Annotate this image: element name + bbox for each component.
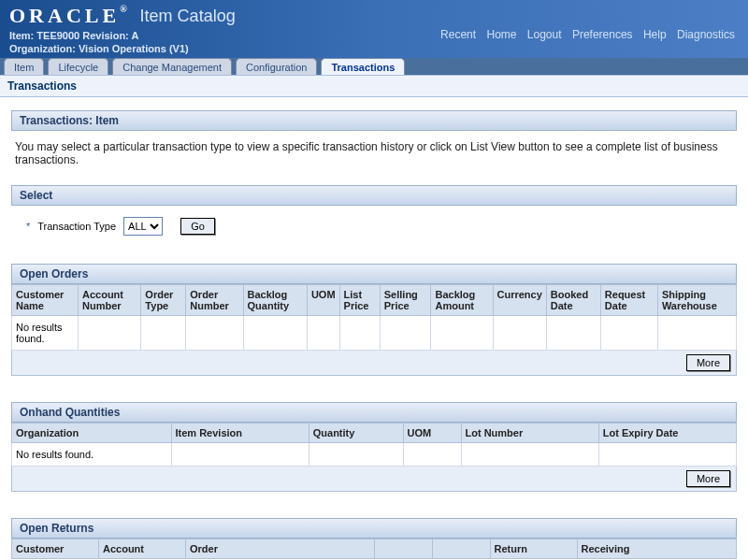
table-header-row: Organization Item Revision Quantity UOM … (12, 424, 737, 443)
onhand-title: Onhand Quantities (11, 402, 737, 423)
col-request-date: Request Date (600, 285, 657, 316)
link-recent[interactable]: Recent (440, 28, 476, 41)
tab-transactions[interactable]: Transactions (321, 58, 405, 75)
brand-logo: ORACLE® (9, 4, 127, 28)
page-title-bar: Transactions: Item (11, 110, 737, 131)
col-customer: Customer (12, 539, 99, 559)
open-orders-table: Customer Name Account Number Order Type … (11, 284, 737, 351)
open-returns-table: Customer Account Order Return Receiving (11, 538, 737, 559)
col-selling-price: Selling Price (380, 285, 431, 316)
no-results-cell: No results found. (12, 443, 172, 467)
col-currency: Currency (493, 285, 546, 316)
global-links: Recent Home Logout Preferences Help Diag… (437, 28, 739, 41)
col-booked-date: Booked Date (546, 285, 600, 316)
col-quantity: Quantity (309, 424, 403, 443)
link-preferences[interactable]: Preferences (572, 28, 633, 41)
link-logout[interactable]: Logout (527, 28, 562, 41)
col-order-number: Order Number (186, 285, 243, 316)
col-uom: UOM (307, 285, 339, 316)
open-returns-title: Open Returns (11, 518, 737, 538)
onhand-table: Organization Item Revision Quantity UOM … (11, 423, 737, 467)
table-header-row: Customer Name Account Number Order Type … (12, 285, 737, 316)
tab-item[interactable]: Item (4, 58, 44, 75)
transaction-type-label: Transaction Type (37, 221, 116, 232)
table-header-row: Customer Account Order Return Receiving (12, 539, 737, 559)
no-results-cell: No results found. (12, 316, 79, 351)
col-backlog-amount: Backlog Amount (431, 285, 493, 316)
description-text: You may select a particular transaction … (11, 131, 737, 179)
col-order-type: Order Type (141, 285, 186, 316)
table-row: No results found. (12, 316, 737, 351)
app-title: Item Catalog (140, 7, 236, 26)
tab-change-management[interactable]: Change Management (112, 58, 232, 75)
item-info-line2: Organization: Vision Operations (V1) (9, 43, 739, 54)
onhand-footer: More (11, 467, 737, 492)
col-uom: UOM (403, 424, 461, 443)
table-row: No results found. (12, 443, 737, 467)
col-return: Return (490, 539, 577, 559)
link-help[interactable]: Help (643, 28, 667, 41)
tab-lifecycle[interactable]: Lifecycle (48, 58, 108, 75)
col-lot-expiry: Lot Expiry Date (598, 424, 736, 443)
open-orders-title: Open Orders (11, 264, 737, 284)
app-header: ORACLE® Item Catalog Item: TEE9000 Revis… (0, 0, 748, 58)
col-backlog-qty: Backlog Quantity (243, 285, 307, 316)
col-order: Order (186, 539, 375, 559)
col-receiving: Receiving (577, 539, 737, 559)
page-title: Transactions: Item (20, 114, 119, 127)
open-orders-footer: More (11, 351, 737, 376)
transaction-type-select[interactable]: ALL (123, 217, 163, 236)
tab-bar: Item Lifecycle Change Management Configu… (0, 58, 748, 75)
col-list-price: List Price (339, 285, 380, 316)
more-button-open-orders[interactable]: More (686, 354, 730, 371)
select-section-title: Select (11, 185, 737, 206)
col-account: Account (99, 539, 186, 559)
col-item-revision: Item Revision (171, 424, 309, 443)
col-lot-number: Lot Number (461, 424, 598, 443)
tab-configuration[interactable]: Configuration (236, 58, 317, 75)
required-indicator: * (26, 221, 30, 232)
select-form-row: * Transaction Type ALL Go (11, 206, 737, 258)
go-button[interactable]: Go (180, 218, 215, 235)
col-account-number: Account Number (78, 285, 140, 316)
breadcrumb: Transactions (0, 76, 748, 96)
link-home[interactable]: Home (486, 28, 516, 41)
more-button-onhand[interactable]: More (686, 470, 730, 487)
link-diagnostics[interactable]: Diagnostics (677, 28, 735, 41)
col-customer-name: Customer Name (12, 285, 79, 316)
col-shipping-warehouse: Shipping Warehouse (657, 285, 736, 316)
col-organization: Organization (12, 424, 172, 443)
